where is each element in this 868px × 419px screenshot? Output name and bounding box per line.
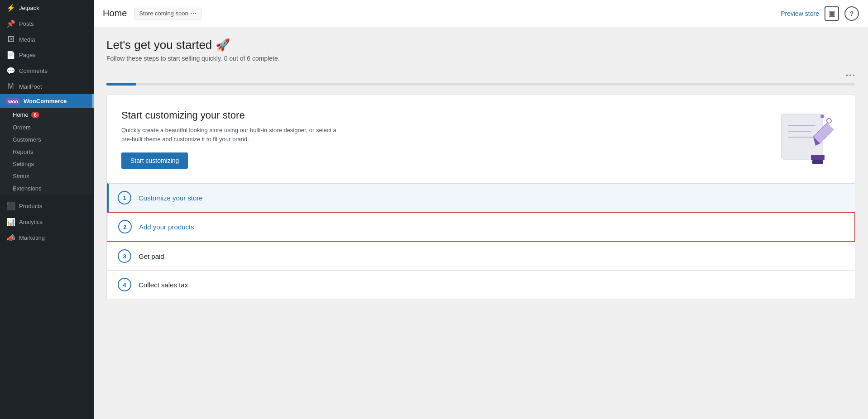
step-1-item[interactable]: 1 Customize your store [107, 183, 855, 212]
step-2-label: Add your products [139, 223, 194, 231]
store-status-badge[interactable]: Store coming soon ⋯ [134, 8, 201, 19]
sidebar-item-woocommerce[interactable]: woo WooCommerce [0, 94, 94, 108]
sidebar-item-marketing[interactable]: 📣 Marketing [0, 230, 94, 246]
sidebar-item-products[interactable]: ⬛ Products [0, 198, 94, 214]
topbar-right: Preview store ▣ ? [781, 6, 859, 21]
progress-bar-fill [106, 83, 136, 86]
step-1-label: Customize your store [139, 194, 203, 202]
page-subtitle: Follow these steps to start selling quic… [106, 55, 855, 62]
setup-card: Start customizing your store Quickly cre… [106, 95, 855, 299]
sidebar-item-settings[interactable]: Settings [0, 158, 94, 170]
main-content: Let's get you started 🚀 Follow these ste… [94, 27, 868, 419]
progress-bar [106, 83, 855, 86]
jetpack-icon: ⚡ [6, 4, 15, 12]
sidebar-item-jetpack[interactable]: ⚡ Jetpack [0, 0, 94, 16]
sidebar-item-comments[interactable]: 💬 Comments [0, 63, 94, 79]
layout-icon: ▣ [829, 9, 835, 18]
step-1-number: 1 [118, 191, 131, 205]
topbar: Home Store coming soon ⋯ Preview store ▣… [94, 0, 868, 27]
topbar-left: Home Store coming soon ⋯ [103, 8, 201, 19]
sidebar-item-pages[interactable]: 📄 Pages [0, 47, 94, 63]
help-button[interactable]: ? [844, 6, 859, 21]
help-icon: ? [850, 10, 854, 17]
step-3-item[interactable]: 3 Get paid [107, 242, 855, 270]
more-options-button[interactable]: ⋮ [844, 70, 856, 81]
marketing-icon: 📣 [6, 233, 15, 242]
main-area: Home Store coming soon ⋯ Preview store ▣… [94, 0, 868, 419]
sidebar-item-analytics[interactable]: 📊 Analytics [0, 214, 94, 230]
mailpoet-icon: M [6, 82, 15, 90]
comments-icon: 💬 [6, 67, 15, 75]
sidebar-item-mailpoet[interactable]: M MailPoet [0, 79, 94, 94]
sidebar-item-home[interactable]: Home 6 [0, 108, 94, 121]
step-4-number: 4 [118, 278, 131, 291]
rocket-emoji: 🚀 [216, 38, 230, 52]
step-4-item[interactable]: 4 Collect sales tax [107, 270, 855, 299]
step-2-item[interactable]: 2 Add your products [106, 212, 855, 242]
layout-toggle-button[interactable]: ▣ [825, 6, 839, 21]
analytics-icon: 📊 [6, 218, 15, 226]
store-illustration [772, 110, 840, 168]
sidebar-item-extensions[interactable]: Extensions [0, 182, 94, 195]
step-2-number: 2 [118, 220, 132, 233]
home-badge: 6 [31, 112, 39, 118]
svg-rect-7 [812, 160, 823, 164]
progress-section: ⋮ [106, 69, 855, 86]
svg-point-5 [827, 119, 831, 123]
products-icon: ⬛ [6, 202, 15, 210]
posts-icon: 📌 [6, 19, 15, 28]
sidebar-item-orders[interactable]: Orders [0, 121, 94, 133]
woocommerce-icon: woo [6, 98, 20, 105]
hero-description: Quickly create a beautiful looking store… [121, 126, 339, 143]
card-hero-text: Start customizing your store Quickly cre… [121, 110, 339, 169]
svg-point-4 [820, 114, 824, 118]
page-title: Home [103, 8, 127, 19]
preview-store-link[interactable]: Preview store [781, 10, 819, 17]
sidebar: ⚡ Jetpack 📌 Posts 🖼 Media 📄 Pages 💬 Comm… [0, 0, 94, 419]
media-icon: 🖼 [6, 35, 15, 43]
woocommerce-submenu: Home 6 Orders Customers Reports Settings… [0, 108, 94, 195]
start-customizing-button[interactable]: Start customizing [121, 152, 188, 169]
card-hero: Start customizing your store Quickly cre… [107, 95, 855, 183]
step-4-label: Collect sales tax [139, 281, 188, 289]
page-heading: Let's get you started 🚀 [106, 38, 855, 52]
getting-started-header: Let's get you started 🚀 Follow these ste… [106, 38, 855, 62]
steps-list: 1 Customize your store 2 Add your produc… [107, 183, 855, 299]
step-3-label: Get paid [139, 252, 164, 260]
hero-title: Start customizing your store [121, 110, 339, 121]
sidebar-item-customers[interactable]: Customers [0, 133, 94, 146]
sidebar-item-media[interactable]: 🖼 Media [0, 32, 94, 47]
sidebar-item-posts[interactable]: 📌 Posts [0, 16, 94, 32]
pages-icon: 📄 [6, 51, 15, 59]
sidebar-item-status[interactable]: Status [0, 170, 94, 182]
store-badge-dots-icon: ⋯ [190, 10, 197, 17]
svg-rect-6 [811, 155, 825, 160]
step-3-number: 3 [118, 249, 131, 263]
sidebar-item-reports[interactable]: Reports [0, 146, 94, 158]
